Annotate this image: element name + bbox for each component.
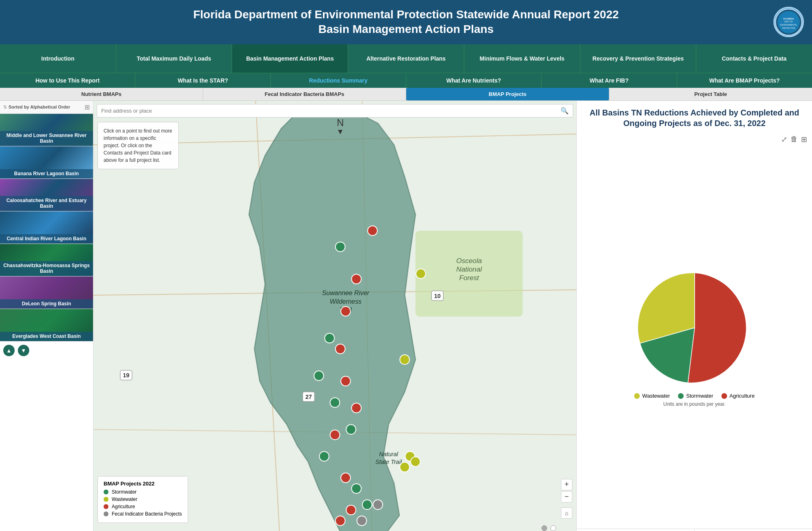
phosphorus-reduction-button[interactable]: Phosphorus Reduction — [695, 529, 812, 531]
nav3-fib-bmaps[interactable]: Fecal Indicator Bacteria BMAPs — [203, 88, 406, 100]
zoom-out-button[interactable]: − — [561, 491, 572, 503]
nav1-contacts[interactable]: Contacts & Project Data — [696, 44, 812, 73]
svg-point-55 — [341, 473, 351, 483]
map-search-bar[interactable]: 🔍 — [97, 104, 573, 118]
legend-label-agriculture: Agriculture — [112, 504, 135, 509]
basin-item[interactable]: Chassahowitzka-Homosassa Springs Basin — [0, 244, 93, 276]
svg-text:FLORIDA: FLORIDA — [783, 17, 794, 20]
nitrogen-reduction-button[interactable]: Nitrogen Reduction — [577, 529, 695, 531]
map-info-text: Click on a point to find out more inform… — [104, 128, 172, 163]
chart-expand-icon[interactable]: ⤢ — [781, 135, 787, 144]
chart-units: Units are in pounds per year. — [663, 401, 725, 407]
grid-icon[interactable]: ⊞ — [84, 103, 90, 111]
nav1-introduction[interactable]: Introduction — [0, 44, 116, 73]
nav1-mfwl[interactable]: Minimum Flows & Water Levels — [464, 44, 580, 73]
basin-item[interactable]: Central Indian River Lagoon Basin — [0, 211, 93, 244]
legend-item-agriculture: Agriculture — [104, 504, 182, 509]
svg-text:PROTECTION: PROTECTION — [782, 27, 795, 29]
basin-label: DeLeon Spring Basin — [0, 299, 93, 308]
zoom-in-button[interactable]: + — [561, 479, 572, 490]
svg-point-49 — [351, 274, 361, 284]
tertiary-nav: Nutrient BMAPs Fecal Indicator Bacteria … — [0, 88, 812, 101]
svg-point-58 — [373, 500, 383, 509]
svg-point-41 — [351, 483, 361, 493]
svg-point-37 — [314, 371, 324, 381]
fib-color — [104, 511, 108, 516]
pie-chart-svg — [626, 267, 764, 389]
basin-item[interactable]: Everglades West Coast Basin — [0, 309, 93, 342]
nav1-arp[interactable]: Alternative Restoration Plans — [348, 44, 464, 73]
nav2-bmap-projects[interactable]: What Are BMAP Projects? — [677, 73, 812, 88]
sidebar-nav-arrows: ▲ ▼ — [0, 342, 93, 359]
wastewater-color — [104, 497, 108, 502]
svg-text:Natural: Natural — [379, 451, 398, 457]
legend-item-wastewater: Wastewater — [634, 393, 670, 399]
svg-point-38 — [330, 398, 340, 407]
basin-label: Caloosahatchee River and Estuary Basin — [0, 196, 93, 211]
svg-text:National: National — [456, 265, 482, 273]
nav2-nutrients[interactable]: What Are Nutrients? — [406, 73, 541, 88]
svg-point-40 — [319, 451, 329, 461]
svg-text:Forest: Forest — [459, 274, 479, 282]
nav2-reductions[interactable]: Reductions Summary — [271, 73, 406, 88]
nav3-bmap-projects[interactable]: BMAP Projects — [406, 88, 609, 100]
svg-point-57 — [336, 516, 345, 526]
legend-title: BMAP Projects 2022 — [104, 481, 182, 487]
svg-point-39 — [346, 424, 356, 434]
nav1-bmap[interactable]: Basin Management Action Plans — [232, 44, 348, 73]
map-legend: BMAP Projects 2022 Stormwater Wastewater… — [97, 476, 188, 523]
chart-container: Wastewater Stormwater Agriculture Units … — [577, 146, 812, 529]
chart-delete-icon[interactable]: 🗑 — [790, 135, 798, 144]
legend-item-agriculture: Agriculture — [721, 393, 755, 399]
chart-grid-icon[interactable]: ⊞ — [801, 135, 807, 144]
header-title: Florida Department of Environmental Prot… — [4, 7, 808, 37]
legend-item-wastewater: Wastewater — [104, 496, 182, 502]
nav3-project-table[interactable]: Project Table — [609, 88, 812, 100]
svg-text:ENVIRONMENTAL: ENVIRONMENTAL — [780, 24, 797, 26]
svg-point-52 — [341, 376, 351, 386]
agriculture-legend-dot — [721, 393, 727, 399]
legend-item-stormwater: Stormwater — [104, 489, 182, 495]
map-area[interactable]: 🔍 Osceola National Forest Suwannee River… — [93, 101, 576, 531]
nav1-tmdl[interactable]: Total Maximum Daily Loads — [116, 44, 232, 73]
legend-label-fib: Fecal Indicator Bacteria Projects — [112, 511, 182, 517]
dot-active[interactable] — [550, 525, 556, 531]
chart-legend: Wastewater Stormwater Agriculture — [634, 393, 755, 399]
wastewater-legend-label: Wastewater — [642, 393, 670, 399]
svg-text:10: 10 — [434, 292, 441, 299]
legend-label-wastewater: Wastewater — [112, 496, 137, 502]
svg-point-35 — [336, 242, 345, 252]
sidebar-next-arrow[interactable]: ▼ — [18, 345, 29, 356]
svg-text:19: 19 — [123, 372, 130, 379]
svg-point-46 — [411, 457, 420, 466]
basin-item[interactable]: DeLeon Spring Basin — [0, 276, 93, 309]
page-header: Florida Department of Environmental Prot… — [0, 0, 812, 44]
nav1-rps[interactable]: Recovery & Prevention Strategies — [580, 44, 697, 73]
nav2-how-to-use[interactable]: How to Use This Report — [0, 73, 135, 88]
svg-text:Osceola: Osceola — [456, 256, 482, 264]
nav3-nutrient-bmaps[interactable]: Nutrient BMAPs — [0, 88, 203, 100]
basin-item[interactable]: Caloosahatchee River and Estuary Basin — [0, 179, 93, 211]
svg-point-51 — [336, 344, 345, 354]
basin-item[interactable]: Banana River Lagoon Basin — [0, 146, 93, 179]
sidebar-prev-arrow[interactable]: ▲ — [3, 345, 15, 356]
search-icon: 🔍 — [561, 107, 569, 115]
map-search-input[interactable] — [101, 108, 561, 114]
basin-item[interactable]: Middle and Lower Suwannee River Basin — [0, 114, 93, 146]
wastewater-legend-dot — [634, 393, 640, 399]
svg-point-56 — [346, 505, 356, 515]
svg-text:DEPT OF: DEPT OF — [784, 21, 793, 23]
nav2-fib[interactable]: What Are FIB? — [541, 73, 677, 88]
chart-title: All Basins TN Reductions Achieved by Com… — [577, 101, 812, 133]
basin-label: Banana River Lagoon Basin — [0, 169, 93, 178]
map-home-button[interactable]: ⌂ — [561, 507, 572, 519]
svg-point-53 — [351, 403, 361, 413]
nav2-star[interactable]: What Is the STAR? — [135, 73, 271, 88]
legend-item-fib: Fecal Indicator Bacteria Projects — [104, 511, 182, 517]
dot-inactive[interactable] — [541, 525, 547, 531]
chart-area: All Basins TN Reductions Achieved by Com… — [576, 101, 812, 531]
svg-text:▼: ▼ — [337, 127, 344, 135]
stormwater-legend-label: Stormwater — [686, 393, 713, 399]
fdep-logo: FLORIDA DEPT OF ENVIRONMENTAL PROTECTION — [773, 7, 804, 37]
svg-text:N: N — [337, 117, 344, 128]
